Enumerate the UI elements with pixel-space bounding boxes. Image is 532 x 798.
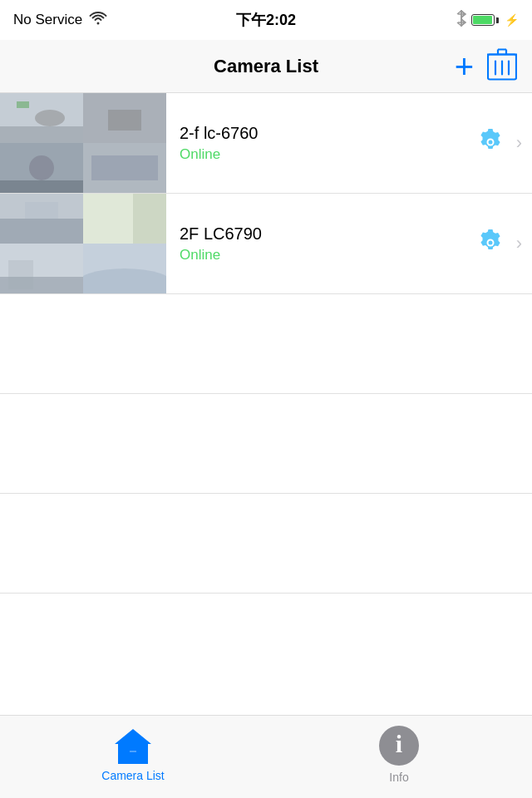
svg-rect-13 <box>108 110 141 131</box>
svg-point-30 <box>83 268 166 293</box>
camera-item[interactable]: 2F LC6790 Online › <box>0 194 532 294</box>
empty-row <box>0 294 532 394</box>
svg-rect-16 <box>0 180 83 193</box>
camera-status: Online <box>180 146 460 163</box>
camera-item[interactable]: 2-f lc-6760 Online › <box>0 93 532 194</box>
svg-rect-22 <box>0 219 83 244</box>
svg-point-9 <box>35 110 65 126</box>
camera-settings-button[interactable] <box>473 125 508 162</box>
camera-info: 2F LC6790 Online <box>166 224 473 264</box>
status-left: No Service <box>13 12 107 29</box>
tab-bar: Camera List i Info <box>0 715 532 798</box>
status-bar: No Service 下午2:02 <box>0 0 532 40</box>
svg-point-32 <box>488 240 492 244</box>
svg-text:i: i <box>396 730 402 757</box>
home-icon <box>111 726 155 766</box>
delete-cameras-button[interactable] <box>487 47 517 85</box>
camera-settings-button[interactable] <box>473 225 508 263</box>
info-icon: i <box>377 724 421 767</box>
time-display: 下午2:02 <box>236 10 296 30</box>
nav-title: Camera List <box>214 56 318 77</box>
empty-row <box>0 494 532 594</box>
camera-status: Online <box>180 247 460 264</box>
chevron-icon: › <box>516 132 522 154</box>
svg-point-15 <box>29 155 54 180</box>
camera-info: 2-f lc-6760 Online <box>166 124 473 163</box>
empty-row <box>0 394 532 494</box>
svg-rect-18 <box>91 155 158 180</box>
trash-icon <box>487 47 517 82</box>
nav-bar: Camera List + <box>0 40 532 93</box>
status-right: ⚡ <box>456 10 519 30</box>
chevron-icon: › <box>516 233 522 254</box>
add-camera-button[interactable]: + <box>455 50 474 83</box>
svg-rect-28 <box>0 277 83 293</box>
svg-rect-25 <box>133 194 166 244</box>
camera-actions: › <box>473 125 532 162</box>
camera-thumbnail <box>0 93 166 193</box>
camera-list: 2-f lc-6760 Online › <box>0 93 532 760</box>
camera-name: 2F LC6790 <box>180 224 460 244</box>
wifi-icon <box>89 12 107 29</box>
camera-actions: › <box>473 225 532 263</box>
camera-thumbnail <box>0 194 166 293</box>
tab-camera-list[interactable]: Camera List <box>0 726 266 789</box>
svg-rect-10 <box>0 126 83 143</box>
gear-icon <box>476 128 505 156</box>
charging-icon: ⚡ <box>505 13 519 27</box>
tab-info-label: Info <box>389 771 408 784</box>
svg-point-20 <box>488 140 492 144</box>
battery-indicator <box>471 14 499 26</box>
gear-icon <box>476 229 505 257</box>
svg-rect-23 <box>25 202 58 219</box>
carrier-text: No Service <box>13 12 82 28</box>
svg-rect-11 <box>17 101 29 108</box>
svg-rect-35 <box>130 751 136 752</box>
tab-camera-list-label: Camera List <box>101 769 164 782</box>
svg-rect-34 <box>130 752 136 764</box>
bluetooth-icon <box>456 10 466 30</box>
tab-info[interactable]: i Info <box>266 724 532 791</box>
camera-name: 2-f lc-6760 <box>180 124 460 143</box>
